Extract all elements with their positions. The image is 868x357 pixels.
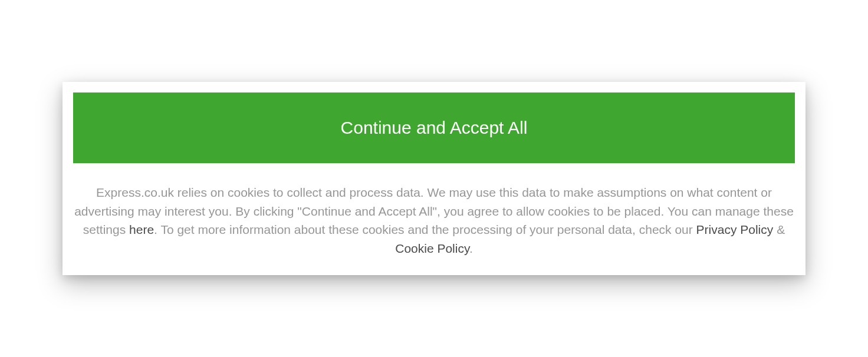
privacy-policy-link[interactable]: Privacy Policy	[696, 223, 774, 236]
accept-all-button[interactable]: Continue and Accept All	[73, 92, 795, 163]
cookie-consent-banner: Continue and Accept All Express.co.uk re…	[63, 82, 805, 275]
cookie-consent-text: Express.co.uk relies on cookies to colle…	[73, 183, 795, 257]
cookie-body-text-2: . To get more information about these co…	[154, 223, 696, 236]
cookie-policy-link[interactable]: Cookie Policy	[395, 242, 469, 255]
cookie-body-text-3: .	[469, 242, 473, 255]
ampersand-text: &	[773, 223, 785, 236]
accept-all-button-label: Continue and Accept All	[341, 118, 528, 138]
manage-settings-link[interactable]: here	[129, 223, 154, 236]
